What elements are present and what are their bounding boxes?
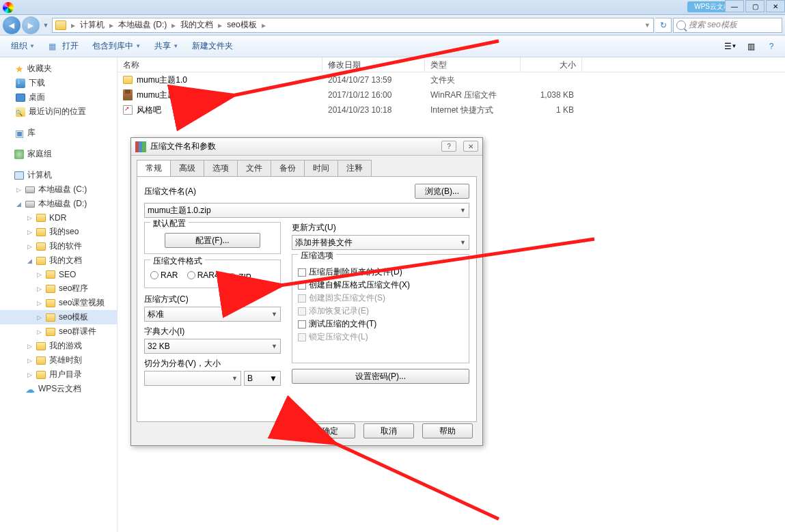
file-row[interactable]: mumu主题1.02014/10/27 13:59文件夹 <box>118 72 785 87</box>
sidebar-seotpl[interactable]: ▷seo模板 <box>0 310 117 324</box>
chk-test[interactable]: 测试压缩的文件(T) <box>298 318 463 330</box>
minimize-button[interactable]: — <box>725 0 744 12</box>
toolbar: 组织▼ ▦ 打开 包含到库中▼ 共享▼ 新建文件夹 ☰▼ ▥ ? <box>0 36 785 57</box>
ok-button[interactable]: 确定 <box>305 423 355 438</box>
dialog-titlebar[interactable]: 压缩文件名和参数 ? ✕ <box>131 138 482 156</box>
winrar-icon <box>135 141 146 152</box>
tab-options[interactable]: 选项 <box>204 160 238 176</box>
col-size[interactable]: 大小 <box>521 57 582 72</box>
tab-backup[interactable]: 备份 <box>271 160 305 176</box>
sidebar-wps[interactable]: ☁WPS云文档 <box>0 382 117 396</box>
newfolder-button[interactable]: 新建文件夹 <box>187 38 238 55</box>
password-button[interactable]: 设置密码(P)... <box>292 369 469 384</box>
forward-button[interactable]: ► <box>22 16 40 34</box>
chk-solid: 创建固实压缩文件(S) <box>298 292 463 304</box>
method-label: 压缩方式(C) <box>144 294 281 305</box>
column-headers[interactable]: 名称 修改日期 类型 大小 <box>118 57 785 72</box>
split-label: 切分为分卷(V)，大小 <box>144 358 281 369</box>
format-label: 压缩文件格式 <box>150 255 205 267</box>
sidebar-userdir[interactable]: ▷用户目录 <box>0 367 117 382</box>
cancel-button[interactable]: 取消 <box>363 423 414 438</box>
favorites-group[interactable]: ★收藏夹 <box>0 61 117 76</box>
sidebar-hero[interactable]: ▷英雄时刻 <box>0 353 117 367</box>
sidebar-games[interactable]: ▷我的游戏 <box>0 339 117 353</box>
archive-name-input[interactable]: mumu主题1.0.zip▼ <box>144 203 469 218</box>
crumb-computer[interactable]: 计算机 <box>80 19 105 31</box>
computer-group[interactable]: 计算机 <box>0 168 117 182</box>
search-input[interactable]: 搜索 seo模板 <box>673 18 782 33</box>
file-row[interactable]: mumu主题1.0.rar2017/10/12 16:00WinRAR 压缩文件… <box>118 87 785 102</box>
crumb-current[interactable]: seo模板 <box>227 19 256 31</box>
format-fieldset: 压缩文件格式 RAR RAR4 ZIP <box>144 260 281 288</box>
update-combo[interactable]: 添加并替换文件▼ <box>292 235 469 250</box>
refresh-button[interactable]: ↻ <box>655 18 672 33</box>
history-dropdown[interactable]: ▼ <box>41 17 51 33</box>
sidebar-recent[interactable]: 最近访问的位置 <box>0 104 117 119</box>
help-dialog-button[interactable]: 帮助 <box>422 423 473 438</box>
crumb-drive[interactable]: 本地磁盘 (D:) <box>118 19 167 31</box>
archive-dialog: 压缩文件名和参数 ? ✕ 常规 高级 选项 文件 备份 时间 注释 压缩文件名(… <box>130 137 483 446</box>
view-menu[interactable]: ☰▼ <box>722 38 739 55</box>
back-button[interactable]: ◄ <box>3 16 20 34</box>
include-menu[interactable]: 包含到库中▼ <box>87 38 146 55</box>
tab-files[interactable]: 文件 <box>237 160 271 176</box>
profiles-button[interactable]: 配置(F)... <box>165 233 260 248</box>
sidebar-drive-c[interactable]: ▷本地磁盘 (C:) <box>0 182 117 197</box>
dialog-title: 压缩文件名和参数 <box>150 141 216 152</box>
help-button[interactable]: ? <box>763 38 780 55</box>
sidebar-mydocs[interactable]: ◢我的文档 <box>0 253 117 268</box>
libraries-group[interactable]: ▣库 <box>0 126 117 140</box>
archive-name-label: 压缩文件名(A) <box>144 186 409 197</box>
radio-zip[interactable]: ZIP <box>228 272 251 282</box>
col-name[interactable]: 名称 <box>118 57 322 72</box>
sidebar-seoprog[interactable]: ▷seo程序 <box>0 281 117 296</box>
radio-rar[interactable]: RAR <box>150 270 178 280</box>
chk-delete[interactable]: 压缩后删除原来的文件(D) <box>298 266 463 278</box>
options-fieldset: 压缩选项 压缩后删除原来的文件(D) 创建自解压格式压缩文件(X) 创建固实压缩… <box>292 254 469 363</box>
sidebar-seo[interactable]: ▷SEO <box>0 268 117 281</box>
app-icon <box>3 2 14 13</box>
sidebar-mysoft[interactable]: ▷我的软件 <box>0 239 117 253</box>
dialog-help-button[interactable]: ? <box>441 141 456 152</box>
sidebar-myseo[interactable]: ▷我的seo <box>0 225 117 239</box>
split-size-combo[interactable]: ▼ <box>144 371 241 386</box>
dict-combo[interactable]: 32 KB▼ <box>144 339 281 354</box>
profile-fieldset: 默认配置 配置(F)... <box>144 222 281 254</box>
dialog-tabs: 常规 高级 选项 文件 备份 时间 注释 <box>131 156 482 176</box>
browse-button[interactable]: 浏览(B)... <box>415 184 469 199</box>
nav-tree[interactable]: ★收藏夹 下载 桌面 最近访问的位置 ▣库 家庭组 计算机 ▷本地磁盘 (C:)… <box>0 57 118 532</box>
maximize-button[interactable]: ▢ <box>745 0 765 12</box>
tab-advanced[interactable]: 高级 <box>170 160 204 176</box>
tab-panel: 压缩文件名(A) 浏览(B)... mumu主题1.0.zip▼ 默认配置 配置… <box>137 176 477 422</box>
radio-rar4[interactable]: RAR4 <box>187 270 219 280</box>
sidebar-desktop[interactable]: 桌面 <box>0 90 117 104</box>
share-menu[interactable]: 共享▼ <box>149 38 184 55</box>
sidebar-drive-d[interactable]: ◢本地磁盘 (D:) <box>0 197 117 211</box>
method-combo[interactable]: 标准▼ <box>144 307 281 322</box>
close-button[interactable]: ✕ <box>766 0 785 12</box>
window-titlebar: WPS云文档 — ▢ ✕ <box>0 0 785 15</box>
homegroup[interactable]: 家庭组 <box>0 147 117 161</box>
sidebar-seogroup[interactable]: ▷seo群课件 <box>0 324 117 339</box>
tab-comment[interactable]: 注释 <box>338 160 372 176</box>
organize-menu[interactable]: 组织▼ <box>5 38 40 55</box>
breadcrumb[interactable]: ▸ 计算机▸ 本地磁盘 (D:)▸ 我的文档▸ seo模板▸ ▼ <box>52 18 654 33</box>
file-row[interactable]: 风格吧2014/10/23 10:18Internet 快捷方式1 KB <box>118 102 785 117</box>
chk-recovery: 添加恢复记录(E) <box>298 305 463 317</box>
sidebar-kdr[interactable]: ▷KDR <box>0 211 117 225</box>
col-date[interactable]: 修改日期 <box>322 57 425 72</box>
tab-general[interactable]: 常规 <box>137 160 171 176</box>
open-button[interactable]: ▦ 打开 <box>43 38 84 55</box>
col-type[interactable]: 类型 <box>425 57 521 72</box>
sidebar-downloads[interactable]: 下载 <box>0 76 117 90</box>
preview-pane-button[interactable]: ▥ <box>743 38 759 55</box>
split-unit-combo[interactable]: B▼ <box>244 371 281 386</box>
chk-sfx[interactable]: 创建自解压格式压缩文件(X) <box>298 279 463 291</box>
crumb-docs[interactable]: 我的文档 <box>180 19 213 31</box>
dialog-close-button[interactable]: ✕ <box>463 141 478 152</box>
folder-icon <box>55 20 66 30</box>
update-label: 更新方式(U) <box>292 222 469 234</box>
tab-time[interactable]: 时间 <box>304 160 338 176</box>
profile-label: 默认配置 <box>150 218 189 229</box>
sidebar-seoclass[interactable]: ▷seo课堂视频 <box>0 296 117 310</box>
